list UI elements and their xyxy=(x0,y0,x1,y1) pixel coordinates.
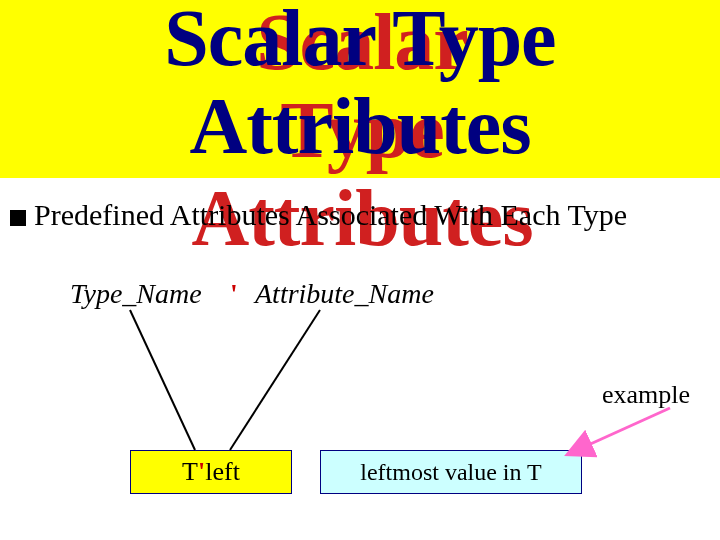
title-main: Scalar Type Attributes xyxy=(164,0,555,170)
example-meaning: leftmost value in T xyxy=(360,459,542,486)
svg-line-1 xyxy=(230,310,320,450)
svg-line-3 xyxy=(586,408,670,446)
example-left: left xyxy=(205,457,240,487)
example-label: example xyxy=(602,380,690,410)
example-meaning-box: leftmost value in T xyxy=(320,450,582,494)
svg-line-0 xyxy=(130,310,195,450)
slide-title: Scalar Type Attributes Scalar Type Attri… xyxy=(164,0,555,170)
title-line2: Attributes xyxy=(189,82,530,170)
bullet-icon xyxy=(10,210,26,226)
syntax-type-name: Type_Name xyxy=(70,278,202,310)
example-expression-box: T'left xyxy=(130,450,292,494)
title-banner: Scalar Type Attributes Scalar Type Attri… xyxy=(0,0,720,178)
bullet-text: Predefined Attributes Associated With Ea… xyxy=(34,198,627,232)
example-T: T xyxy=(182,457,198,487)
example-tick: ' xyxy=(198,457,205,487)
syntax-tick: ' xyxy=(230,278,238,310)
title-line1: Scalar Type xyxy=(164,0,555,82)
syntax-attribute-name: Attribute_Name xyxy=(255,278,434,310)
